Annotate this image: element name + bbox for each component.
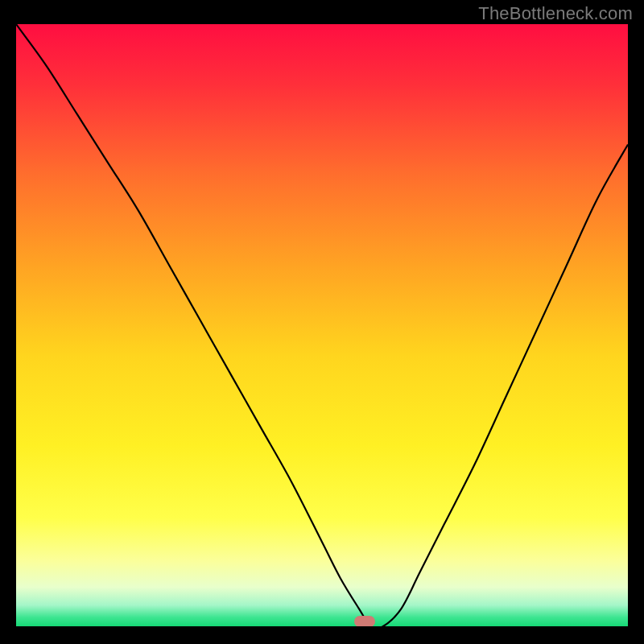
optimal-marker <box>354 616 375 626</box>
plot-area <box>16 24 628 626</box>
chart-frame: TheBottleneck.com <box>0 0 644 644</box>
watermark-label: TheBottleneck.com <box>478 3 633 24</box>
bottleneck-curve <box>16 24 628 626</box>
